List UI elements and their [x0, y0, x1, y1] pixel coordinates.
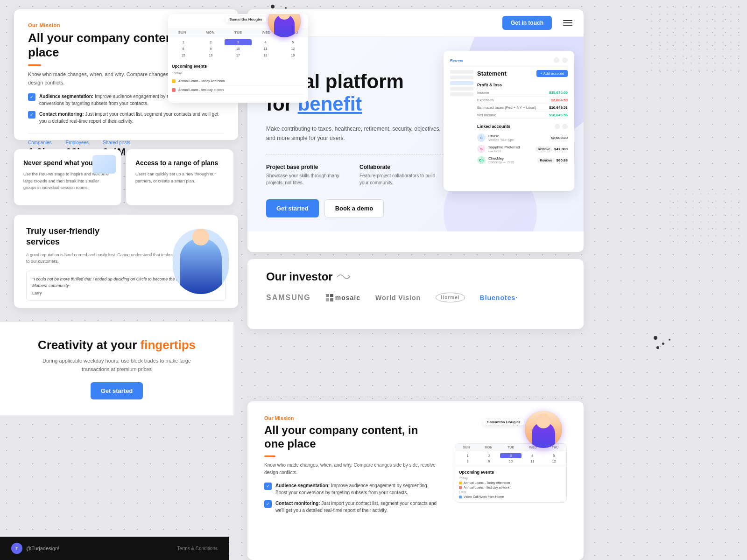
mission-bottom-left: Our Mission All your company content, in…: [264, 415, 441, 518]
sidebar-item-active: [450, 81, 473, 85]
never-spend-desc: Use the Reu-ws stage to inspire and welc…: [23, 171, 112, 191]
account-icon-3: Ch: [477, 156, 486, 164]
statement-card: Reu·ws Statement: [444, 51, 574, 191]
access-plans-desc: Users can quickly set up a new through o…: [135, 171, 224, 184]
creativity-desc: During applicable weekday hours, use blo…: [42, 357, 191, 373]
feature-col-2: Collaborate Feature project collaborator…: [359, 164, 444, 186]
stmt-title: Statement: [477, 70, 507, 77]
stmt-mini-nav: Reu·ws: [450, 57, 568, 66]
bottom-orange-divider: [264, 455, 275, 457]
user-friendly-title: Truly user-friendly services: [26, 226, 120, 248]
today-label: Today: [172, 71, 304, 75]
get-in-touch-button[interactable]: Get in touch: [502, 16, 552, 30]
creativity-heading: Creativity at your fingertips: [38, 338, 196, 352]
event-item-1: Annual Loans - Today Afternoon: [172, 77, 304, 86]
linked-icons: [555, 124, 568, 129]
get-started-button[interactable]: Get started: [266, 199, 319, 217]
bottom-calendar-container: Samantha Hougier SUN MON TUE WED THU 1 2…: [455, 415, 567, 518]
bottom-mission-heading: All your company content, in one place: [264, 424, 441, 451]
stmt-icon-1: [554, 57, 559, 63]
user-friendly-panel: Truly user-friendly services A good repu…: [14, 215, 238, 308]
card-never-spend: Never spend what you owe Use the Reu-ws …: [14, 149, 121, 205]
nav-right: Get in touch: [502, 16, 572, 30]
person-head: [192, 229, 209, 245]
creativity-get-started-button[interactable]: Get started: [91, 382, 143, 399]
stmt-row-net: Net Income $10,649.56: [477, 112, 568, 119]
hormel-logo: Hormel: [436, 293, 465, 302]
account-icon-1: C: [477, 133, 486, 142]
mission-bottom-content: Our Mission All your company content, in…: [264, 415, 567, 518]
event-text-1: Annual Loans - Today Afternoon: [178, 79, 225, 84]
orange-divider: [28, 64, 41, 66]
bottom-feature-text-2: Contact monitoring: Just import your con…: [275, 500, 441, 514]
stmt-header: Statement + Add account: [477, 70, 568, 77]
bottom-feature-2: Contact monitoring: Just import your con…: [264, 500, 441, 514]
cal-day-sun: SUN: [168, 28, 196, 37]
account-icon-2: S: [477, 145, 486, 153]
feature-col-1: Project base profile Showcase your skill…: [266, 164, 350, 186]
bottom-event-2: Annual Loans - first day at work: [459, 486, 563, 489]
linked-icon-1: [555, 124, 560, 129]
worldvision-logo: World Vision: [375, 294, 421, 301]
taxes-value: $10,649.56: [549, 105, 568, 110]
stmt-content: Statement + Add account Profit & loss In…: [477, 70, 568, 166]
account-name-2: Sapphire Preferred •••• 4290: [488, 145, 536, 153]
expenses-label: Expenses: [477, 98, 493, 102]
stmt-row-income: Income $35,670.00: [477, 89, 568, 97]
investors-panel: Our investor SAMSUNG mosaic World Vision…: [247, 259, 584, 329]
sidebar-item-dash-2: [450, 76, 473, 79]
account-amount-1: $2,000.00: [551, 136, 568, 140]
mosaic-logo: mosaic: [326, 294, 360, 301]
bluenotes-logo: Bluenotes·: [480, 294, 518, 301]
event-item-2: Annual Loans - first day at work: [172, 86, 304, 95]
income-label: Income: [477, 91, 489, 95]
stmt-icon-2: [562, 57, 568, 63]
footer-brand: T @Turjadesign!: [11, 543, 59, 554]
account-amount-2: $47,000: [554, 147, 568, 151]
person-body: [180, 238, 222, 294]
remove-btn[interactable]: Remove: [536, 147, 552, 152]
feature-col-desc-2: Feature project collaborators to build y…: [359, 172, 444, 186]
calendar-grid: 1 2 3 4 5 8 9 10 11 12 15 16 17 18 19: [168, 37, 308, 60]
pl-title: Profit & loss: [477, 83, 568, 87]
creativity-panel: Creativity at your fingertips During app…: [0, 322, 233, 415]
features-grid: Project base profile Showcase your skill…: [266, 164, 444, 186]
feature-col-desc-1: Showcase your skills through many projec…: [266, 172, 350, 186]
event-dot-2: [172, 88, 176, 92]
hamburger-line-3: [563, 25, 572, 26]
stmt-row-taxes: Estimated taxes (Fed + NY + Local) $10,6…: [477, 104, 568, 112]
event-text-2: Annual Loans - first day at work: [178, 88, 224, 92]
income-value: $35,670.00: [549, 91, 568, 95]
investors-heading: Our investor: [266, 270, 565, 283]
hamburger-line-2: [563, 22, 572, 23]
taxes-label: Estimated taxes (Fed + NY + Local): [477, 105, 536, 110]
stmt-row-expenses: Expenses $2,064.53: [477, 97, 568, 104]
feature-col-title-2: Collaborate: [359, 164, 444, 170]
account-row-2: S Sapphire Preferred •••• 4290 Remove $4…: [477, 143, 568, 154]
net-value: $10,649.56: [549, 113, 568, 117]
linked-icon-2: [562, 124, 568, 129]
bottom-feature-text-1: Audience segmentation: Improve audience …: [275, 482, 441, 496]
account-name-1: Chase Verified Your type: [488, 134, 551, 141]
account-row-3-right: Remove $60.88: [537, 158, 568, 163]
remove-btn-2[interactable]: Remove: [537, 158, 554, 163]
person-illustration: [173, 229, 229, 294]
feature-item-2: Contact monitoring: Just import your con…: [28, 111, 224, 125]
account-row-3: Ch Checkley Checkley — 2996 Remove $60.8…: [477, 154, 568, 166]
event-dot-1: [172, 79, 176, 83]
book-demo-button[interactable]: Book a demo: [324, 199, 384, 217]
hamburger-menu[interactable]: [563, 20, 572, 26]
dots-top-right: // Generate dots inline const dotsContai…: [644, 0, 747, 103]
footer-brand-name: @Turjadesign!: [26, 546, 59, 551]
feature-text-2: Contact monitoring: Just import your con…: [39, 111, 224, 125]
calendar-widget: Samantha Hougier SUN MON TUE WED THU 1 2…: [168, 14, 308, 103]
footer-terms-link[interactable]: Terms & Conditions: [177, 546, 218, 551]
footer-strip: T @Turjadesign! Terms & Conditions: [0, 537, 229, 560]
bottom-mission-label: Our Mission: [264, 415, 441, 421]
add-account-button[interactable]: + Add account: [536, 70, 568, 77]
events-section: Upcoming events Today Annual Loans - Tod…: [168, 60, 308, 98]
bottom-event-3: Video Call Work from Home: [459, 495, 563, 498]
account-amount-3: $60.88: [557, 158, 568, 162]
cal-day-mon: MON: [196, 28, 224, 37]
card-access-plans: Access to a range of plans Users can qui…: [126, 149, 233, 205]
